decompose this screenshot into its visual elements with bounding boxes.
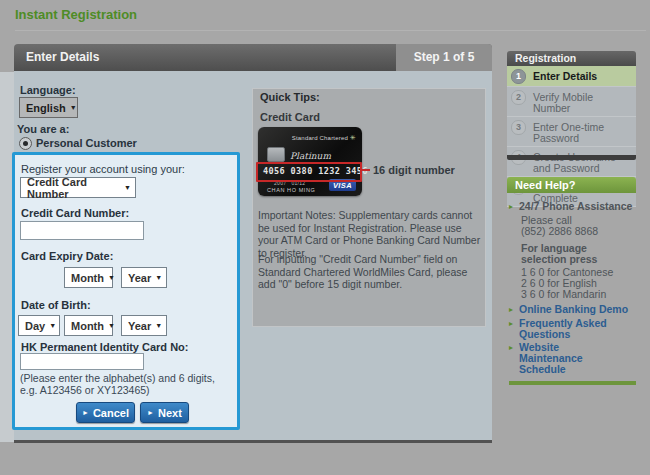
- quick-tips-card-label: Credit Card: [260, 111, 320, 123]
- credit-card-number-input[interactable]: [20, 221, 144, 240]
- arrow-bullet-icon: ▸: [509, 304, 519, 316]
- card-holder: CHAN HO MING: [267, 187, 315, 193]
- card-chip: [267, 147, 285, 162]
- button-arrow-icon: ►: [147, 409, 154, 416]
- step-number-badge: 3: [511, 120, 526, 135]
- dob-month-select[interactable]: Month ▼: [64, 315, 113, 336]
- need-help-header: Need Help?: [507, 177, 636, 193]
- phone-assistance-item: ▸ 24/7 Phone Assistance: [509, 201, 636, 213]
- next-button[interactable]: ► Next: [140, 402, 189, 423]
- chevron-down-icon: ▼: [70, 104, 77, 111]
- chevron-down-icon: ▼: [49, 322, 56, 329]
- callout-text: 16 digit number: [373, 164, 455, 176]
- online-banking-demo-link[interactable]: ▸ Online Banking Demo: [509, 304, 636, 316]
- language-selection-label: For language selection press: [521, 243, 629, 265]
- hkid-input[interactable]: [20, 353, 144, 370]
- dob-label: Date of Birth:: [21, 299, 91, 311]
- button-arrow-icon: ►: [82, 409, 89, 416]
- card-expiry-label: Card Expiry Date:: [21, 250, 113, 262]
- credit-card-image: Standard Chartered ✳ Platinum 4056 0380 …: [258, 127, 362, 196]
- dob-day-select[interactable]: Day ▼: [18, 315, 60, 336]
- hkid-hint: (Please enter the alphabet(s) and 6 digi…: [20, 372, 228, 396]
- need-help-box: Need Help? ▸ 24/7 Phone Assistance Pleas…: [507, 177, 636, 391]
- register-using-select[interactable]: Credit Card Number ▼: [20, 177, 136, 198]
- chevron-down-icon: ▼: [108, 322, 115, 329]
- step-row-one-time-password: 3 Enter One-time Password: [507, 117, 636, 147]
- title-divider: [15, 30, 646, 31]
- card-brand: Standard Chartered ✳: [292, 134, 356, 142]
- language-label: Language:: [20, 84, 76, 96]
- lang-option-mandarin: 3 6 0 for Mandarin: [521, 289, 636, 300]
- need-help-body: ▸ 24/7 Phone Assistance Please call (852…: [507, 193, 636, 391]
- enter-details-header: Enter Details Step 1 of 5: [14, 44, 492, 71]
- instant-registration-page: Instant Registration Enter Details Step …: [0, 0, 650, 475]
- hkid-label: HK Permanent Identity Card No:: [21, 341, 188, 353]
- language-select[interactable]: English ▼: [19, 97, 78, 118]
- credit-card-number-label: Credit Card Number:: [21, 207, 129, 219]
- card-dates: 2007 01/12: [274, 180, 305, 186]
- card-tier: Platinum: [290, 151, 331, 161]
- step-row-enter-details[interactable]: 1 Enter Details: [507, 66, 636, 87]
- quick-tips-title: Quick Tips:: [260, 91, 320, 103]
- register-using-label: Register your account using your:: [21, 163, 185, 175]
- registration-steps-header: Registration: [507, 51, 636, 66]
- chevron-down-icon: ▼: [108, 274, 115, 281]
- expiry-year-select[interactable]: Year ▼: [121, 267, 167, 288]
- callout-line: [360, 169, 370, 171]
- maintenance-schedule-link[interactable]: ▸ Website Maintenance Schedule: [509, 342, 636, 375]
- visa-logo: VISA: [329, 179, 356, 191]
- customer-type-label: You are a:: [17, 123, 69, 135]
- panel-title: Enter Details: [26, 44, 99, 71]
- chevron-down-icon: ▼: [155, 274, 162, 281]
- step-number-badge: 2: [511, 90, 526, 105]
- dob-year-select[interactable]: Year ▼: [121, 315, 167, 336]
- personal-customer-radio[interactable]: [19, 137, 32, 150]
- step-row-verify-mobile: 2 Verify Mobile Number: [507, 87, 636, 117]
- step-indicator: Step 1 of 5: [396, 44, 492, 71]
- important-note-2: For inputting "Credit Card Number" field…: [258, 253, 482, 291]
- arrow-bullet-icon: ▸: [509, 318, 519, 330]
- page-title: Instant Registration: [15, 7, 137, 22]
- expiry-month-select[interactable]: Month ▼: [64, 267, 113, 288]
- step-number-badge: 1: [511, 69, 526, 84]
- important-note-1: Important Notes: Supplementary cards can…: [258, 209, 482, 259]
- card-number: 4056 0380 1232 3456: [263, 166, 368, 176]
- phone-number: (852) 2886 8868: [521, 226, 636, 237]
- arrow-bullet-icon: ▸: [509, 342, 519, 354]
- chevron-down-icon: ▼: [124, 184, 131, 191]
- quick-tips-box: [252, 88, 486, 327]
- bank-logo-icon: ✳: [350, 134, 356, 141]
- need-help-bottom-bar: [509, 381, 636, 385]
- step-row-create-username: 4 Create Username and Password: [507, 147, 636, 177]
- personal-customer-label: Personal Customer: [36, 137, 137, 149]
- cancel-button[interactable]: ► Cancel: [76, 402, 135, 423]
- steps-bottom-bar: [507, 155, 636, 160]
- chevron-down-icon: ▼: [155, 322, 162, 329]
- faq-link[interactable]: ▸ Frequently Asked Questions: [509, 318, 636, 340]
- arrow-bullet-icon: ▸: [509, 201, 519, 213]
